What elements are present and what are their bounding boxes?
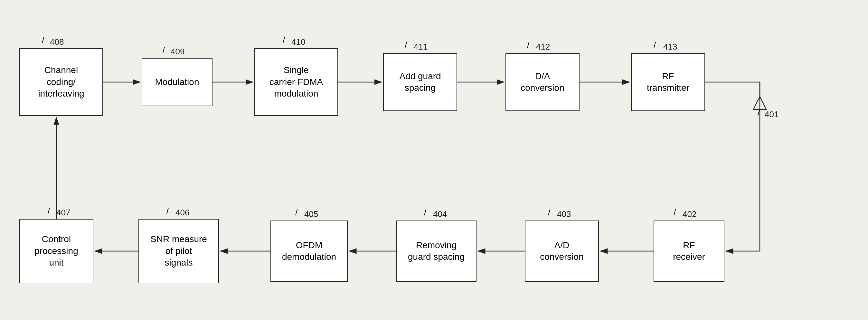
block-410-ref: 410 — [291, 37, 305, 47]
block-404: Removing guard spacing — [396, 221, 476, 282]
block-408-ref: 408 — [50, 37, 64, 47]
block-408: Channel coding/ interleaving — [19, 48, 103, 116]
block-407-label: Control processing unit — [34, 233, 78, 268]
block-412: D/A conversion — [505, 53, 580, 111]
block-404-label: Removing guard spacing — [408, 239, 465, 263]
block-412-label: D/A conversion — [521, 70, 564, 94]
block-404-ref: 404 — [433, 209, 447, 219]
diagram-container: Channel coding/ interleaving 408 / Modul… — [0, 0, 868, 320]
block-406: SNR measure of pilot signals — [138, 219, 219, 283]
block-411: Add guard spacing — [383, 53, 457, 111]
block-409: Modulation — [142, 58, 213, 106]
block-405-label: OFDM demodulation — [282, 239, 336, 263]
block-412-ref: 412 — [536, 42, 550, 52]
antenna-401-ref: 401 — [765, 109, 778, 120]
block-407: Control processing unit — [19, 219, 93, 283]
block-402-ref: 402 — [683, 209, 696, 219]
block-413: RF transmitter — [631, 53, 705, 111]
block-411-ref: 411 — [414, 42, 428, 52]
block-410-label: Single carrier FDMA modulation — [270, 64, 323, 99]
block-405-ref: 405 — [304, 209, 318, 219]
block-410: Single carrier FDMA modulation — [254, 48, 338, 116]
block-409-label: Modulation — [155, 76, 199, 88]
block-403-label: A/D conversion — [540, 239, 583, 263]
block-405: OFDM demodulation — [271, 221, 348, 282]
block-409-ref: 409 — [170, 47, 184, 57]
block-402-label: RF receiver — [673, 239, 705, 263]
block-406-ref: 406 — [176, 207, 189, 218]
block-406-label: SNR measure of pilot signals — [150, 233, 207, 268]
block-411-label: Add guard spacing — [399, 70, 441, 94]
block-408-label: Channel coding/ interleaving — [38, 64, 84, 99]
block-413-ref: 413 — [663, 42, 677, 52]
svg-marker-9 — [753, 97, 766, 109]
block-402: RF receiver — [654, 221, 724, 282]
block-407-ref: 407 — [56, 207, 70, 218]
block-413-label: RF transmitter — [647, 70, 689, 94]
block-403: A/D conversion — [525, 221, 599, 282]
block-403-ref: 403 — [557, 209, 571, 219]
